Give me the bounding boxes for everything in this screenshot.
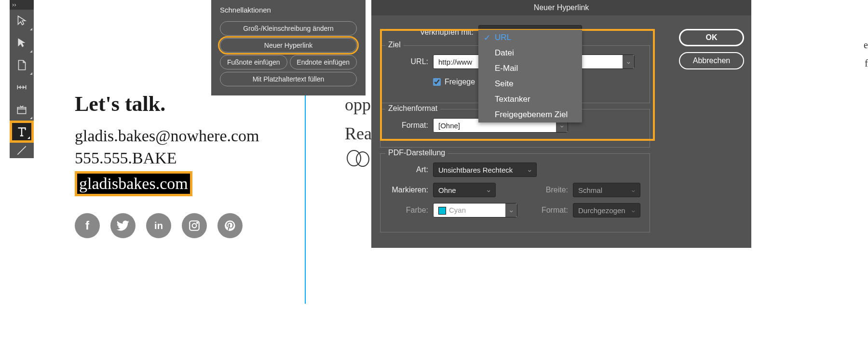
width-value: Schmal	[578, 186, 602, 194]
dialog-buttons: OK Abbrechen	[679, 29, 744, 69]
quick-actions-panel: Schnellaktionen Groß-/Kleinschreibung än…	[211, 0, 366, 95]
quick-actions-title: Schnellaktionen	[211, 0, 366, 19]
dropdown-option-url[interactable]: URL	[478, 30, 582, 45]
chevron-down-icon: ⌵	[632, 207, 635, 214]
email-text: gladis.bakes@nowhere.com	[75, 127, 259, 145]
ziel-legend: Ziel	[385, 41, 404, 49]
color-value: Cyan	[449, 206, 466, 214]
dropdown-option-page[interactable]: Seite	[478, 76, 582, 92]
style-label: Format:	[517, 206, 573, 215]
line-tool[interactable]	[10, 143, 34, 158]
dropdown-option-email[interactable]: E-Mail	[478, 61, 582, 76]
shared-checkbox-label: Freigege	[445, 78, 475, 86]
format-value: [Ohne]	[438, 122, 460, 130]
cyan-swatch	[438, 207, 446, 215]
color-label: Farbe:	[387, 206, 433, 215]
change-case-button[interactable]: Groß-/Kleinschreibung ändern	[220, 21, 357, 36]
art-label: Art:	[387, 165, 433, 174]
content-collector-tool[interactable]	[10, 98, 34, 121]
cancel-button[interactable]: Abbrechen	[679, 52, 744, 69]
pinterest-icon	[217, 213, 243, 238]
dropdown-option-textanchor[interactable]: Textanker	[478, 92, 582, 107]
svg-point-3	[197, 222, 198, 223]
mark-value: Ohne	[438, 186, 456, 194]
chevron-down-icon[interactable]: ⌵	[623, 55, 634, 68]
bg-text-2: Rea	[345, 123, 372, 144]
page-tool[interactable]	[10, 54, 34, 76]
gap-tool[interactable]	[10, 76, 34, 98]
mark-select[interactable]: Ohne⌵	[433, 183, 496, 197]
social-row: f in	[75, 213, 259, 238]
chevron-down-icon: ⌵	[487, 187, 490, 193]
pdf-fieldset: PDF-Darstellung Art: Unsichtbares Rechte…	[380, 153, 650, 232]
tools-panel: ››	[10, 0, 34, 158]
url-value: http://www	[438, 58, 472, 66]
url-label: URL:	[387, 57, 433, 66]
width-select[interactable]: Schmal⌵	[573, 183, 640, 197]
insert-endnote-button[interactable]: Endnote einfügen	[290, 55, 357, 69]
svg-point-5	[356, 152, 369, 166]
art-select[interactable]: Unsichtbares Rechteck⌵	[433, 162, 537, 177]
dropdown-option-shared[interactable]: Freigegebenem Ziel	[478, 107, 582, 122]
selection-tool[interactable]	[10, 10, 34, 32]
balloon-doodle	[344, 149, 370, 178]
svg-rect-0	[17, 108, 26, 114]
color-select[interactable]: Cyan ⌵	[433, 203, 517, 217]
pdf-legend: PDF-Darstellung	[385, 149, 448, 157]
link-to-dropdown: URL Datei E-Mail Seite Textanker Freigeg…	[478, 30, 582, 122]
chevron-down-icon: ⌵	[632, 187, 635, 193]
style-value: Durchgezogen	[578, 206, 625, 215]
dialog-title: Neuer Hyperlink	[371, 0, 751, 15]
instagram-icon	[182, 213, 207, 238]
svg-point-4	[347, 150, 361, 166]
selected-url-text[interactable]: gladisbakes.com	[75, 171, 192, 196]
document-content: Let's talk. gladis.bakes@nowhere.com 555…	[75, 92, 259, 238]
direct-selection-tool[interactable]	[10, 32, 34, 54]
twitter-icon	[110, 213, 136, 238]
facebook-icon: f	[75, 213, 100, 238]
ok-button[interactable]: OK	[679, 29, 744, 46]
linkedin-icon: in	[146, 213, 171, 238]
new-hyperlink-button[interactable]: Neuer Hyperlink	[220, 38, 357, 53]
dropdown-option-file[interactable]: Datei	[478, 45, 582, 61]
shared-checkbox[interactable]: Freigege	[433, 78, 475, 86]
side-text-1: e	[864, 40, 868, 51]
shared-checkbox-input[interactable]	[433, 78, 441, 86]
fill-placeholder-button[interactable]: Mit Platzhaltertext füllen	[220, 72, 357, 86]
svg-point-2	[192, 224, 197, 228]
chevron-down-icon: ⌵	[528, 167, 531, 173]
width-label: Breite:	[496, 186, 573, 194]
mark-label: Markieren:	[387, 186, 433, 194]
chevron-down-icon[interactable]: ⌵	[505, 203, 517, 217]
format-label: Format:	[387, 121, 433, 130]
style-select[interactable]: Durchgezogen⌵	[573, 203, 640, 217]
type-tool[interactable]	[10, 121, 34, 143]
art-value: Unsichtbares Rechteck	[438, 166, 513, 174]
toolbar-collapse[interactable]: ››	[10, 0, 34, 10]
insert-footnote-button[interactable]: Fußnote einfügen	[220, 55, 287, 69]
link-to-label: Verknüpfen mit:	[406, 28, 478, 37]
side-text-2: f	[865, 58, 868, 69]
charformat-legend: Zeichenformat	[385, 104, 440, 113]
bg-text-1: opp	[345, 95, 371, 115]
phone-text: 555.555.BAKE	[75, 149, 259, 167]
